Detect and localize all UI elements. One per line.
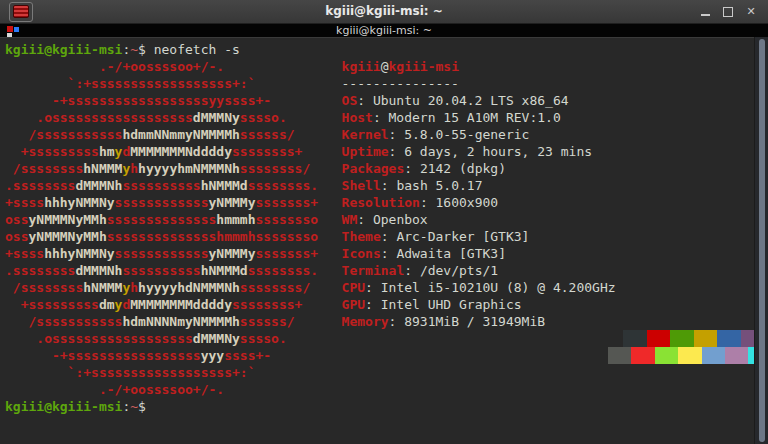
ascii-art-segment: dm (99, 297, 115, 312)
info-value: bash 5.0.17 (396, 178, 482, 193)
scrollbar-thumb[interactable] (759, 39, 765, 442)
info-separator: : (373, 110, 389, 125)
info-separator: : (404, 161, 420, 176)
ascii-art-segment: h (130, 280, 138, 295)
ascii-art-segment: /ssssssss (5, 280, 83, 295)
neofetch-line: ossyNMMMNyMMhsssssssssssssshmmmhssssssso… (5, 211, 768, 228)
spacer (310, 161, 341, 176)
palette-swatch (725, 347, 748, 364)
info-separator: : (357, 212, 373, 227)
spacer (255, 76, 341, 91)
neofetch-line: .-/+oossssoo+/-. kgiii@kgiii-msi (5, 58, 768, 75)
ascii-art-segment: ssssss/ (240, 127, 295, 142)
ascii-art-segment: oss (5, 212, 28, 227)
ascii-art-segment: .ossssssssssssssssss (5, 331, 193, 346)
prompt-path: ~ (130, 42, 138, 57)
info-value: /dev/pts/1 (420, 263, 498, 278)
info-separator: : (381, 178, 397, 193)
window-title: kgiii@kgiii-msi: ~ (0, 0, 768, 23)
ascii-art-segment: +sssssssss (5, 144, 99, 159)
info-separator: : (389, 127, 405, 142)
ascii-art-segment: ssssss/ (240, 314, 295, 329)
info-label: Uptime (342, 144, 389, 159)
ascii-art-segment: `:+ssssssssssssssssss+:` (5, 76, 255, 91)
ascii-art-segment: `:+ssssssssssssssssss+:` (5, 365, 255, 380)
spacer (295, 314, 342, 329)
spacer (318, 229, 341, 244)
info-value: 6 days, 2 hours, 23 mins (404, 144, 592, 159)
neofetch-line: ossyNMMMNyMMhsssssssssssssshmmmhssssssso… (5, 228, 768, 245)
info-label: Icons (342, 246, 381, 261)
info-title-at: @ (381, 59, 389, 74)
ascii-art-segment: ssss+- (224, 348, 271, 363)
ascii-art-segment: -+sssssssssssssssss (5, 348, 201, 363)
ascii-art-segment: ssssssss. (248, 263, 318, 278)
maximize-button[interactable] (722, 5, 734, 19)
tab-terminal[interactable]: kgiii@kgiii-msi: ~ (0, 24, 768, 37)
ascii-art-segment: +ssss (5, 246, 44, 261)
spacer (318, 178, 341, 193)
prompt-line: kgiii@kgiii-msi:~$ (5, 398, 768, 415)
palette-swatch (631, 347, 654, 364)
ascii-art-segment: yNMMMNyMMh (28, 212, 106, 227)
ascii-art-segment: -+ssssssssssssssssssyyssss+- (5, 93, 271, 108)
ascii-art-segment: hyyyyhmNMMMNh (138, 161, 240, 176)
ascii-art-segment: ssssssss+ (232, 144, 302, 159)
prompt-symbol: $ (138, 399, 146, 414)
spacer (318, 195, 341, 210)
info-separator: : (389, 314, 405, 329)
info-label: Kernel (342, 127, 389, 142)
ascii-art-segment: hhhyNMMNy (44, 195, 114, 210)
vertical-scrollbar[interactable] (754, 37, 768, 444)
ascii-art-segment: sssso. (240, 110, 287, 125)
close-button[interactable]: ✕ (745, 5, 757, 19)
palette-swatch (670, 330, 693, 347)
ascii-art-segment: hNMMM (83, 161, 122, 176)
window-titlebar[interactable]: kgiii@kgiii-msi: ~ ✕ (0, 0, 768, 24)
prompt-user-host: kgiii@kgiii-msi (5, 42, 122, 57)
palette-row-bright: -+sssssssssssssssssyyyssss+- (5, 347, 768, 364)
neofetch-line: -+ssssssssssssssssssyyssss+- OS: Ubuntu … (5, 92, 768, 109)
ascii-art-segment: /sssssssssss (5, 127, 122, 142)
spacer (318, 246, 341, 261)
ascii-art-segment: dMMMNh (75, 178, 122, 193)
spacer (310, 280, 341, 295)
spacer (302, 297, 341, 312)
ascii-art-segment: /sssssssssss (5, 314, 122, 329)
neofetch-line: +sssshhhyNMMNyssssssssssssyNMMMysssssss+… (5, 194, 768, 211)
neofetch-line: .ossssssssssssssssssdMMMNysssso. Host: M… (5, 109, 768, 126)
spacer (287, 110, 342, 125)
ascii-art-segment: sssssssssssssshmmmhssssssso (107, 229, 318, 244)
info-value: 2142 (dpkg) (420, 161, 506, 176)
ascii-art-segment: .ssssssss (5, 178, 75, 193)
palette-swatch (717, 330, 740, 347)
neofetch-line: .ssssssssdMMMNhsssssssssshNMMMdssssssss.… (5, 177, 768, 194)
spacer (318, 212, 341, 227)
info-label: GPU (342, 297, 365, 312)
info-label: Shell (342, 178, 381, 193)
ascii-art-segment: MMMMMMMNddddy (130, 144, 232, 159)
info-label: Theme (342, 229, 381, 244)
info-label: Host (342, 110, 373, 125)
palette-swatch (647, 330, 670, 347)
ascii-art-segment: ssssssss. (248, 178, 318, 193)
command-line: kgiii@kgiii-msi:~$ neofetch -s (5, 41, 768, 58)
palette-swatch (694, 330, 717, 347)
terminal-content[interactable]: kgiii@kgiii-msi:~$ neofetch -s .-/+oosss… (0, 37, 768, 444)
info-separator: : (381, 229, 397, 244)
ascii-art-segment: .ossssssssssssssssss (5, 110, 193, 125)
spacer (302, 144, 341, 159)
info-value: Modern 15 A10M REV:1.0 (389, 110, 561, 125)
ascii-art-segment: yNMMMy (209, 195, 256, 210)
window-menu-button[interactable] (9, 2, 33, 22)
ascii-art-segment: hyyyyhdNMMMNh (138, 280, 240, 295)
ascii-art-segment: ssssssssssssss (107, 212, 217, 227)
ascii-art-segment: ssssssssss (122, 263, 200, 278)
spacer (271, 348, 608, 363)
spacer (318, 263, 341, 278)
neofetch-line: /ssssssssssshdmmNNmmyNMMMMhssssss/ Kerne… (5, 126, 768, 143)
minimize-button[interactable] (699, 5, 711, 19)
ascii-art-segment: yyy (201, 348, 224, 363)
red-terminal-app-icon (13, 5, 29, 18)
spacer (287, 331, 624, 346)
